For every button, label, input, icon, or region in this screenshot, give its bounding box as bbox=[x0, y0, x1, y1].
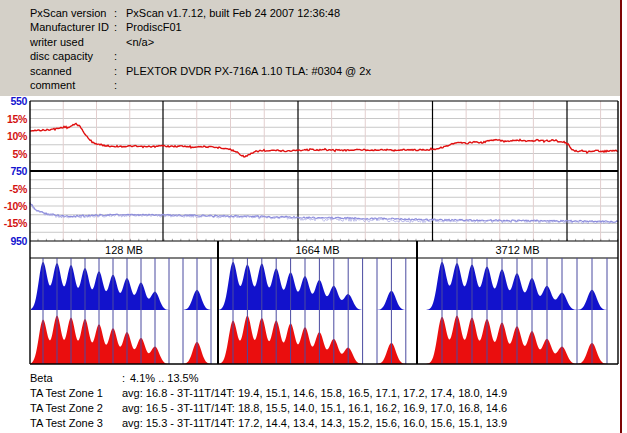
info-row: Manufacturer ID : ProdiscF01 bbox=[30, 20, 620, 34]
ta-zone-label: TA Test Zone 1 bbox=[30, 386, 122, 401]
y-axis-label: 5% bbox=[0, 148, 27, 160]
y-axis-label: -15% bbox=[0, 217, 27, 229]
y-axis-label: 15% bbox=[0, 113, 27, 125]
zone-label: 3712 MB bbox=[417, 244, 618, 257]
info-row: PxScan version : PxScan v1.7.12, built F… bbox=[30, 6, 620, 20]
info-panel: PxScan version : PxScan v1.7.12, built F… bbox=[0, 0, 620, 96]
info-separator: : bbox=[114, 6, 126, 20]
footer-panel: Beta : 4.1% .. 13.5% TA Test Zone 1 avg:… bbox=[0, 371, 627, 431]
ta-row: TA Test Zone 2 avg: 16.5 - 3T-11T/14T: 1… bbox=[0, 401, 627, 416]
right-border bbox=[620, 0, 622, 433]
info-label: writer used bbox=[30, 35, 114, 49]
info-separator bbox=[114, 35, 126, 49]
info-separator: : bbox=[114, 49, 126, 63]
ta-zone-value: avg: 15.3 - 3T-11T/14T: 17.2, 14.4, 13.4… bbox=[122, 416, 507, 431]
info-row: writer used <n/a> bbox=[30, 35, 620, 49]
y-axis-label: 750 bbox=[0, 165, 27, 177]
y-axis-label: -5% bbox=[0, 183, 27, 195]
ta-zone-label: TA Test Zone 3 bbox=[30, 416, 122, 431]
info-value: ProdiscF01 bbox=[126, 20, 182, 34]
info-label: PxScan version bbox=[30, 6, 114, 20]
zone-label: 1664 MB bbox=[218, 244, 417, 257]
info-value: <n/a> bbox=[126, 35, 154, 49]
info-label: scanned bbox=[30, 64, 114, 78]
y-axis-label: 10% bbox=[0, 130, 27, 142]
ta-row: TA Test Zone 3 avg: 15.3 - 3T-11T/14T: 1… bbox=[0, 416, 627, 431]
info-row: comment : bbox=[30, 78, 620, 92]
y-axis-label: 550 bbox=[0, 95, 27, 107]
zone-label: 128 MB bbox=[30, 244, 218, 257]
beta-label: Beta bbox=[30, 371, 122, 386]
info-label: Manufacturer ID bbox=[30, 20, 114, 34]
info-row: scanned : PLEXTOR DVDR PX-716A 1.10 TLA:… bbox=[30, 64, 620, 78]
pxscan-report: PxScan version : PxScan v1.7.12, built F… bbox=[0, 0, 627, 433]
info-separator: : bbox=[114, 64, 126, 78]
info-row: disc capacity : bbox=[30, 49, 620, 63]
y-axis-label: 950 bbox=[0, 235, 27, 247]
ta-row: TA Test Zone 1 avg: 16.8 - 3T-11T/14T: 1… bbox=[0, 386, 627, 401]
beta-row: Beta : 4.1% .. 13.5% bbox=[0, 371, 627, 386]
ta-zone-value: avg: 16.8 - 3T-11T/14T: 19.4, 15.1, 14.6… bbox=[122, 386, 507, 401]
info-label: comment bbox=[30, 78, 114, 92]
info-separator: : bbox=[114, 20, 126, 34]
ta-zone-value: avg: 16.5 - 3T-11T/14T: 18.8, 15.5, 14.0… bbox=[122, 401, 507, 416]
info-value: PLEXTOR DVDR PX-716A 1.10 TLA: #0304 @ 2… bbox=[126, 64, 371, 78]
beta-separator: : bbox=[122, 371, 130, 386]
info-separator: : bbox=[114, 78, 126, 92]
beta-value: 4.1% .. 13.5% bbox=[130, 371, 199, 386]
info-value: PxScan v1.7.12, built Feb 24 2007 12:36:… bbox=[126, 6, 340, 20]
ta-zone-label: TA Test Zone 2 bbox=[30, 401, 122, 416]
info-label: disc capacity bbox=[30, 49, 114, 63]
y-axis-label: -10% bbox=[0, 200, 27, 212]
